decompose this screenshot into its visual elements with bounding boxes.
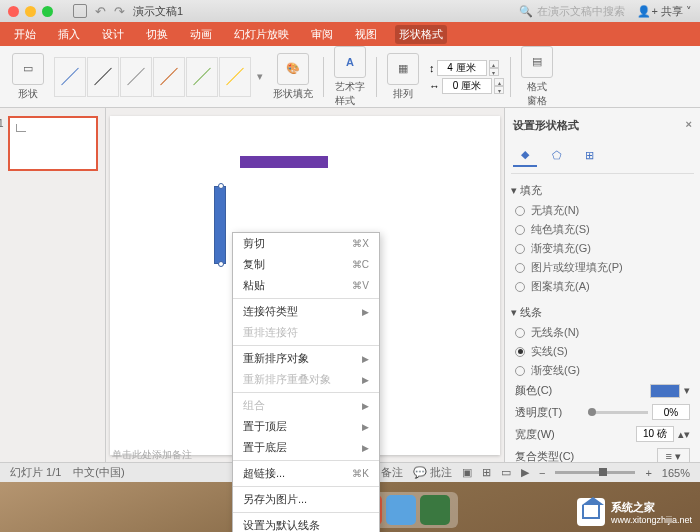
fill-solid[interactable]: 纯色填充(S) xyxy=(511,220,694,239)
document-title: 演示文稿1 xyxy=(133,4,183,19)
line-style-gallery[interactable] xyxy=(54,57,251,97)
wordart-styles[interactable]: A xyxy=(334,46,366,78)
view-slideshow[interactable]: ▶ xyxy=(521,466,529,479)
tab-design[interactable]: 设计 xyxy=(98,25,128,44)
height-up[interactable]: ▴ xyxy=(489,60,499,68)
line-color-picker[interactable] xyxy=(650,384,680,398)
cm-paste[interactable]: 粘贴⌘V xyxy=(233,275,379,296)
shape-rectangle-purple[interactable] xyxy=(240,156,328,168)
line-none[interactable]: 无线条(N) xyxy=(511,323,694,342)
panel-close[interactable]: × xyxy=(686,118,692,133)
tab-review[interactable]: 审阅 xyxy=(307,25,337,44)
zoom-value[interactable]: 165% xyxy=(662,467,690,479)
arrange-label: 排列 xyxy=(393,87,413,101)
width-down[interactable]: ▾ xyxy=(494,86,504,94)
view-sorter[interactable]: ⊞ xyxy=(482,466,491,479)
arrange-button[interactable]: ▦ xyxy=(387,53,419,85)
tab-insert[interactable]: 插入 xyxy=(54,25,84,44)
tab-transition[interactable]: 切换 xyxy=(142,25,172,44)
line-width-input[interactable] xyxy=(636,426,674,442)
shape-fill[interactable]: 🎨 xyxy=(277,53,309,85)
minimize-window[interactable] xyxy=(25,6,36,17)
opacity-slider[interactable] xyxy=(588,411,648,414)
watermark: 系统之家 www.xitongzhijia.net xyxy=(577,498,692,526)
watermark-url: www.xitongzhijia.net xyxy=(611,515,692,525)
width-input[interactable] xyxy=(442,78,492,94)
height-down[interactable]: ▾ xyxy=(489,68,499,76)
zoom-out[interactable]: − xyxy=(539,467,545,479)
slide-count: 幻灯片 1/1 xyxy=(10,465,61,480)
tab-slideshow[interactable]: 幻灯片放映 xyxy=(230,25,293,44)
save-icon[interactable] xyxy=(73,4,87,18)
opacity-input[interactable] xyxy=(652,404,690,420)
watermark-name: 系统之家 xyxy=(611,500,692,515)
color-dropdown[interactable]: ▾ xyxy=(684,384,690,397)
cm-send-back[interactable]: 置于底层▶ xyxy=(233,437,379,458)
cm-bring-front[interactable]: 置于顶层▶ xyxy=(233,416,379,437)
opacity-label: 透明度(T) xyxy=(515,405,562,420)
fill-none[interactable]: 无填充(N) xyxy=(511,201,694,220)
tab-fill-line[interactable]: ◆ xyxy=(513,143,537,167)
color-label: 颜色(C) xyxy=(515,383,552,398)
slide-thumbnails: 1 xyxy=(0,108,106,463)
compound-select[interactable]: ≡ ▾ xyxy=(657,448,690,463)
shape-fill-label: 形状填充 xyxy=(273,87,313,101)
format-pane-button[interactable]: ▤ xyxy=(521,46,553,78)
format-shape-panel: 设置形状格式× ◆ ⬠ ⊞ ▾ 填充 无填充(N) 纯色填充(S) 渐变填充(G… xyxy=(504,108,700,463)
share-button[interactable]: 👤+ 共享 ˅ xyxy=(637,4,692,19)
line-gradient[interactable]: 渐变线(G) xyxy=(511,361,694,380)
slide-thumb-1[interactable]: 1 xyxy=(8,116,98,171)
fill-pattern[interactable]: 图案填充(A) xyxy=(511,277,694,296)
cm-cut[interactable]: 剪切⌘X xyxy=(233,233,379,254)
view-normal[interactable]: ▣ xyxy=(462,466,472,479)
context-menu: 剪切⌘X 复制⌘C 粘贴⌘V 连接符类型▶ 重排连接符 重新排序对象▶ 重新排序… xyxy=(232,232,380,532)
cm-copy[interactable]: 复制⌘C xyxy=(233,254,379,275)
tab-view[interactable]: 视图 xyxy=(351,25,381,44)
line-solid[interactable]: 实线(S) xyxy=(511,342,694,361)
cm-save-as-picture[interactable]: 另存为图片... xyxy=(233,489,379,510)
dock-app-6[interactable] xyxy=(420,495,450,525)
tab-effects[interactable]: ⬠ xyxy=(545,143,569,167)
notes-placeholder[interactable]: 单击此处添加备注 xyxy=(112,448,192,462)
maximize-window[interactable] xyxy=(42,6,53,17)
wordart-label: 艺术字 样式 xyxy=(335,80,365,108)
width-label: 宽度(W) xyxy=(515,427,555,442)
tab-shape-format[interactable]: 形状格式 xyxy=(395,25,447,44)
search-icon: 🔍 xyxy=(519,5,533,18)
cm-connector-type[interactable]: 连接符类型▶ xyxy=(233,301,379,322)
cm-hyperlink[interactable]: 超链接...⌘K xyxy=(233,463,379,484)
cm-default-line[interactable]: 设置为默认线条 xyxy=(233,515,379,532)
line-section-title[interactable]: ▾ 线条 xyxy=(511,302,694,323)
search-input[interactable]: 在演示文稿中搜索 xyxy=(537,4,625,19)
shapes-gallery[interactable]: ▭ xyxy=(12,53,44,85)
comments-toggle[interactable]: 💬 批注 xyxy=(413,465,452,480)
dock-app-5[interactable] xyxy=(386,495,416,525)
tab-animation[interactable]: 动画 xyxy=(186,25,216,44)
gallery-more[interactable]: ▾ xyxy=(257,70,263,83)
tab-size[interactable]: ⊞ xyxy=(577,143,601,167)
width-icon: ↔ xyxy=(429,80,440,92)
close-window[interactable] xyxy=(8,6,19,17)
cm-reorder[interactable]: 重新排序对象▶ xyxy=(233,348,379,369)
format-pane-label: 格式 窗格 xyxy=(527,80,547,108)
panel-title: 设置形状格式 xyxy=(513,118,579,133)
redo-icon[interactable]: ↷ xyxy=(114,4,125,19)
shape-line-selected[interactable] xyxy=(214,186,226,264)
watermark-logo xyxy=(577,498,605,526)
fill-gradient[interactable]: 渐变填充(G) xyxy=(511,239,694,258)
zoom-in[interactable]: + xyxy=(645,467,651,479)
fill-picture[interactable]: 图片或纹理填充(P) xyxy=(511,258,694,277)
width-spin[interactable]: ▴▾ xyxy=(678,428,690,441)
height-input[interactable] xyxy=(437,60,487,76)
tab-home[interactable]: 开始 xyxy=(10,25,40,44)
view-reading[interactable]: ▭ xyxy=(501,466,511,479)
compound-label: 复合类型(C) xyxy=(515,449,574,463)
ribbon-tabs: 开始 插入 设计 切换 动画 幻灯片放映 审阅 视图 形状格式 xyxy=(0,22,700,46)
language[interactable]: 中文(中国) xyxy=(73,465,124,480)
zoom-slider[interactable] xyxy=(555,471,635,474)
undo-icon[interactable]: ↶ xyxy=(95,4,106,19)
fill-section-title[interactable]: ▾ 填充 xyxy=(511,180,694,201)
ribbon: ▭ 形状 ▾ 🎨 形状填充 A 艺术字 样式 ▦ 排列 ↕ ▴▾ ↔ ▴▾ xyxy=(0,46,700,108)
cm-group: 组合▶ xyxy=(233,395,379,416)
width-up[interactable]: ▴ xyxy=(494,78,504,86)
